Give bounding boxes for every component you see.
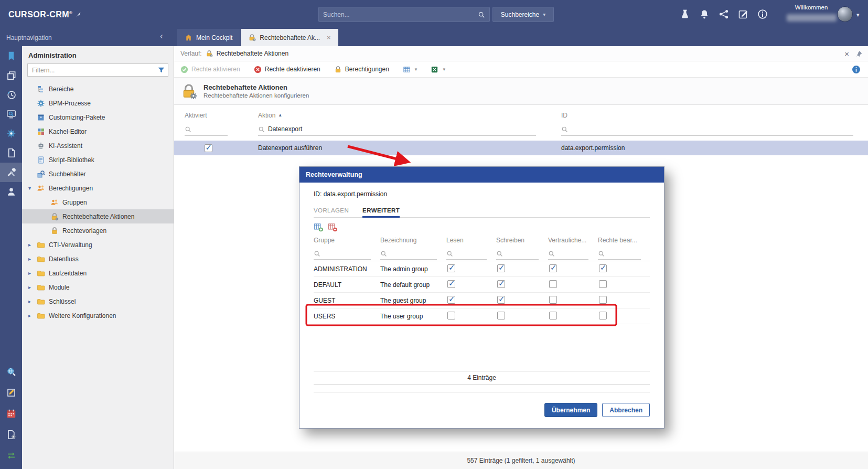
rail-item-note[interactable] [0,382,22,403]
bell-icon[interactable] [699,9,710,19]
rechte-checkbox[interactable] [599,264,607,272]
dialog-column-header-gruppe[interactable]: Gruppe [314,237,380,244]
sidebar-item-skript-bibliothek[interactable]: Skript-Bibliothek [22,153,174,167]
rail-item-gear-blue[interactable] [0,124,22,143]
filter-aktion-input[interactable] [268,125,536,133]
rail-item-bookmark[interactable] [0,46,22,66]
sidebar-item-weitere-konfigurationen[interactable]: ▸Weitere Konfigurationen [22,308,174,323]
dialog-row-default[interactable]: DEFAULTThe default group [314,277,650,293]
berechtigungen-button[interactable]: Berechtigungen [334,66,389,73]
sidebar-filter-input[interactable] [27,63,168,77]
dialog-column-header-vertrauliche[interactable]: Vertrauliche... [548,237,598,244]
column-header-aktiviert[interactable]: Aktiviert [174,112,242,119]
tab-rechtebehaftete-aktionen[interactable]: Rechtebehaftete Ak... × [241,29,338,46]
sidebar-item-ki-assistent[interactable]: KI-Assistent [22,138,174,153]
rechte-checkbox[interactable] [599,296,607,304]
suchbereiche-button[interactable]: Suchbereiche ▾ [492,7,554,22]
dialog-column-header-lesen[interactable]: Lesen [446,237,496,244]
rail-item-globe-search[interactable] [0,361,22,382]
info-icon[interactable] [757,9,768,19]
dialog-row-guest[interactable]: GUESTThe guest group [314,293,650,308]
chevron-right-icon[interactable]: ▸ [28,256,37,262]
uebernehmen-button[interactable]: Übernehmen [544,403,597,417]
column-header-id[interactable]: ID [551,112,868,119]
close-tab-icon[interactable]: × [327,34,331,41]
dialog-column-header-rechte-bear[interactable]: Rechte bear... [598,237,650,244]
avatar[interactable] [837,6,853,22]
dialog-title[interactable]: Rechteverwaltung [299,167,664,183]
sidebar-item-bpm-prozesse[interactable]: BPM-Prozesse [22,96,174,110]
chevron-right-icon[interactable]: ▸ [28,299,37,304]
tab-mein-cockpit[interactable]: Mein Cockpit [177,29,240,46]
vertrauliche-checkbox[interactable] [549,296,557,304]
dialog-column-header-schreiben[interactable]: Schreiben [496,237,548,244]
table-row[interactable]: Datenexport ausführen data.export.permis… [174,141,868,155]
filter-id-input[interactable] [571,125,853,133]
row-aktiviert-checkbox[interactable] [205,144,212,152]
lesen-checkbox[interactable] [447,312,455,319]
vertrauliche-checkbox[interactable] [549,312,557,319]
flask-icon[interactable] [680,9,690,19]
sidebar-item-datenfluss[interactable]: ▸Datenfluss [22,252,174,266]
excel-export-button[interactable]: ▾ [431,66,445,73]
dialog-filter-rechte-bear-input[interactable] [608,250,689,258]
vertrauliche-checkbox[interactable] [549,280,557,288]
remove-row-icon[interactable] [328,222,337,232]
share-icon[interactable] [719,9,729,19]
sidebar-item-rechtevorlagen[interactable]: Rechtevorlagen [22,223,174,238]
sidebar-item-suchbeh-lter[interactable]: Suchbehälter [22,167,174,181]
close-view-icon[interactable]: × [844,49,849,58]
rail-item-person[interactable] [0,182,22,201]
chevron-right-icon[interactable]: ▸ [28,313,37,318]
rail-item-swap[interactable] [0,445,22,466]
dialog-row-users[interactable]: USERSThe user group [314,308,650,324]
user-menu-chevron-icon[interactable]: ▾ [856,12,860,18]
rail-item-tools[interactable] [0,163,22,182]
lesen-checkbox[interactable] [447,264,455,272]
chevron-down-icon[interactable]: ▾ [28,185,37,191]
tab-erweitert[interactable]: ERWEITERT [362,204,400,218]
add-row-icon[interactable] [314,222,323,232]
table-view-button[interactable]: ▾ [403,66,417,73]
tab-vorlagen[interactable]: VORLAGEN [314,204,349,217]
sidebar-item-kachel-editor[interactable]: Kachel-Editor [22,124,174,138]
rechte-deaktivieren-button[interactable]: Rechte deaktivieren [254,66,320,73]
schreiben-checkbox[interactable] [497,264,505,272]
edit-icon[interactable] [738,9,748,19]
rail-item-doc[interactable] [0,143,22,163]
chevron-right-icon[interactable]: ▸ [28,270,37,276]
rail-item-doc-gear[interactable] [0,424,22,445]
sidebar-item-laufzeitdaten[interactable]: ▸Laufzeitdaten [22,266,174,280]
chevron-right-icon[interactable]: ▸ [28,242,37,248]
sidebar-item-schl-ssel[interactable]: ▸Schlüssel [22,294,174,308]
sidebar-item-customizing-pakete[interactable]: Customizing-Pakete [22,110,174,124]
pin-icon[interactable] [855,50,863,58]
search-icon[interactable] [478,11,485,18]
dialog-row-administration[interactable]: ADMINISTRATIONThe admin group [314,261,650,277]
sidebar-item-rechtebehaftete-aktionen[interactable]: Rechtebehaftete Aktionen [22,209,174,223]
lesen-checkbox[interactable] [447,280,455,288]
filter-funnel-icon[interactable] [157,66,165,74]
info-icon[interactable] [852,65,861,74]
rechte-aktivieren-button[interactable]: Rechte aktivieren [180,66,240,73]
verlauf-item[interactable]: Rechtebehaftete Aktionen [217,50,288,57]
rechte-checkbox[interactable] [599,312,607,319]
sidebar-item-module[interactable]: ▸Module [22,280,174,294]
schreiben-checkbox[interactable] [497,296,505,304]
global-search-input[interactable] [323,11,478,18]
rail-item-history[interactable] [0,85,22,104]
rechte-checkbox[interactable] [599,280,607,288]
lesen-checkbox[interactable] [447,296,455,304]
dialog-column-header-bezeichnung[interactable]: Bezeichnung [380,237,446,244]
chevron-right-icon[interactable]: ▸ [28,284,37,290]
sidebar-item-bereiche[interactable]: Bereiche [22,82,174,96]
rail-item-calendar[interactable] [0,403,22,424]
column-header-aktion[interactable]: Aktion ▲ [242,112,551,119]
sidebar-item-gruppen[interactable]: Gruppen [22,195,174,209]
rail-item-stack[interactable] [0,66,22,85]
vertrauliche-checkbox[interactable] [549,264,557,272]
abbrechen-button[interactable]: Abbrechen [602,403,650,417]
sidebar-item-cti-verwaltung[interactable]: ▸CTI-Verwaltung [22,238,174,252]
rail-item-monitor-search[interactable] [0,104,22,124]
schreiben-checkbox[interactable] [497,312,505,319]
